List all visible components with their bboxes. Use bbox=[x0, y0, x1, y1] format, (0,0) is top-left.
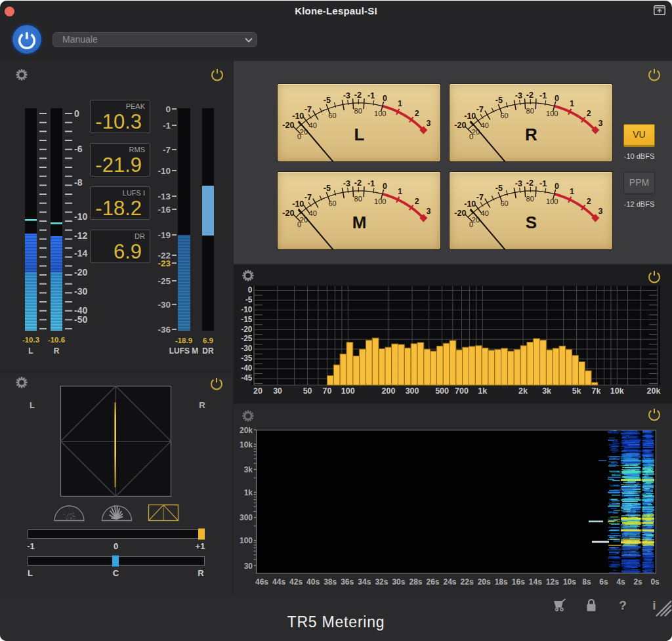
svg-text:20: 20 bbox=[472, 128, 480, 136]
svg-text:R: R bbox=[54, 346, 60, 356]
svg-text:3k: 3k bbox=[542, 386, 551, 396]
svg-text:8s: 8s bbox=[582, 577, 591, 587]
svg-text:-10: -10 bbox=[464, 199, 476, 209]
svg-text:60: 60 bbox=[500, 199, 508, 207]
svg-text:46s: 46s bbox=[255, 577, 268, 587]
svg-text:-18.9: -18.9 bbox=[175, 337, 192, 344]
svg-text:-1: -1 bbox=[368, 179, 375, 188]
svg-text:100: 100 bbox=[341, 386, 355, 396]
svg-text:-5: -5 bbox=[495, 184, 503, 193]
svg-text:-6: -6 bbox=[74, 144, 83, 154]
svg-text:-7: -7 bbox=[304, 105, 312, 114]
svg-text:-2: -2 bbox=[354, 91, 362, 100]
svg-text:20s: 20s bbox=[478, 577, 491, 587]
svg-text:0: 0 bbox=[74, 108, 79, 119]
svg-text:-35: -35 bbox=[241, 354, 253, 363]
svg-text:3: 3 bbox=[598, 119, 602, 128]
svg-text:-25: -25 bbox=[241, 334, 253, 343]
svg-text:0: 0 bbox=[383, 182, 387, 191]
svg-text:0: 0 bbox=[114, 541, 118, 551]
svg-text:-10: -10 bbox=[241, 305, 253, 314]
svg-text:L: L bbox=[30, 400, 35, 410]
svg-text:38s: 38s bbox=[324, 577, 337, 587]
svg-text:16s: 16s bbox=[512, 577, 525, 587]
svg-text:2s: 2s bbox=[633, 577, 642, 587]
svg-text:1k: 1k bbox=[478, 386, 487, 396]
svg-text:-1: -1 bbox=[163, 121, 171, 131]
svg-text:-20: -20 bbox=[454, 121, 466, 130]
svg-text:-5: -5 bbox=[245, 295, 253, 304]
svg-text:DR: DR bbox=[202, 346, 214, 356]
svg-text:3: 3 bbox=[426, 207, 430, 216]
svg-text:-7: -7 bbox=[304, 193, 312, 202]
svg-text:70: 70 bbox=[323, 386, 332, 396]
svg-text:60: 60 bbox=[500, 112, 508, 119]
svg-text:1k: 1k bbox=[244, 488, 253, 497]
svg-text:-12: -12 bbox=[74, 230, 87, 241]
svg-text:-1: -1 bbox=[27, 541, 35, 551]
svg-text:0: 0 bbox=[555, 182, 559, 191]
svg-text:40: 40 bbox=[309, 209, 317, 217]
svg-text:-40: -40 bbox=[241, 363, 253, 373]
svg-text:80: 80 bbox=[354, 195, 362, 203]
svg-text:C: C bbox=[113, 568, 119, 578]
svg-text:-3: -3 bbox=[343, 91, 350, 100]
svg-text:40: 40 bbox=[481, 121, 489, 129]
svg-text:22s: 22s bbox=[461, 577, 474, 587]
svg-text:40s: 40s bbox=[306, 577, 320, 587]
svg-text:-1: -1 bbox=[368, 91, 375, 100]
svg-text:-14: -14 bbox=[74, 248, 87, 258]
svg-text:R: R bbox=[525, 125, 537, 144]
svg-text:-5: -5 bbox=[324, 96, 331, 105]
svg-text:2: 2 bbox=[415, 197, 419, 206]
svg-text:3k: 3k bbox=[244, 465, 253, 474]
svg-text:100: 100 bbox=[374, 197, 386, 205]
svg-text:5k: 5k bbox=[572, 386, 581, 396]
svg-text:4s: 4s bbox=[616, 577, 625, 587]
svg-text:-10: -10 bbox=[292, 199, 304, 209]
svg-text:20k: 20k bbox=[647, 386, 661, 396]
svg-text:R: R bbox=[198, 568, 204, 578]
svg-text:1: 1 bbox=[570, 187, 574, 196]
svg-text:7k: 7k bbox=[592, 386, 601, 396]
svg-text:20: 20 bbox=[300, 128, 308, 136]
svg-text:-10.6: -10.6 bbox=[48, 336, 65, 344]
svg-text:30: 30 bbox=[244, 562, 253, 571]
svg-text:10k: 10k bbox=[610, 386, 624, 396]
svg-text:-8: -8 bbox=[74, 177, 83, 188]
svg-text:80: 80 bbox=[354, 107, 362, 115]
svg-text:L: L bbox=[28, 568, 33, 578]
svg-text:-5: -5 bbox=[324, 184, 331, 193]
svg-text:-2: -2 bbox=[354, 178, 362, 188]
svg-text:0: 0 bbox=[165, 104, 171, 114]
svg-text:28s: 28s bbox=[409, 577, 422, 587]
svg-text:-10: -10 bbox=[74, 211, 87, 222]
svg-text:-7: -7 bbox=[476, 105, 484, 114]
svg-text:+1: +1 bbox=[196, 541, 205, 551]
svg-text:L: L bbox=[354, 125, 365, 144]
svg-text:0s: 0s bbox=[650, 577, 660, 587]
svg-text:1: 1 bbox=[570, 99, 574, 108]
svg-text:-45: -45 bbox=[241, 373, 253, 383]
svg-text:-23: -23 bbox=[158, 258, 171, 268]
svg-text:50: 50 bbox=[303, 386, 312, 396]
svg-text:20: 20 bbox=[253, 386, 262, 396]
svg-text:60: 60 bbox=[328, 199, 336, 207]
svg-text:-2: -2 bbox=[526, 91, 534, 100]
svg-text:6s: 6s bbox=[599, 577, 608, 587]
svg-text:-1: -1 bbox=[539, 179, 547, 188]
svg-text:-19: -19 bbox=[158, 230, 171, 240]
svg-text:-2: -2 bbox=[526, 178, 534, 188]
svg-text:-10: -10 bbox=[464, 112, 476, 121]
svg-text:14s: 14s bbox=[529, 577, 542, 587]
svg-text:12s: 12s bbox=[546, 577, 559, 587]
svg-text:10s: 10s bbox=[563, 577, 576, 587]
svg-text:34s: 34s bbox=[358, 577, 371, 587]
svg-text:0: 0 bbox=[248, 285, 253, 295]
svg-text:-50: -50 bbox=[74, 314, 87, 325]
svg-text:-3: -3 bbox=[515, 91, 522, 100]
svg-text:2: 2 bbox=[587, 109, 591, 118]
svg-text:24s: 24s bbox=[443, 577, 456, 587]
svg-text:300: 300 bbox=[240, 513, 253, 522]
svg-text:100: 100 bbox=[374, 110, 386, 117]
